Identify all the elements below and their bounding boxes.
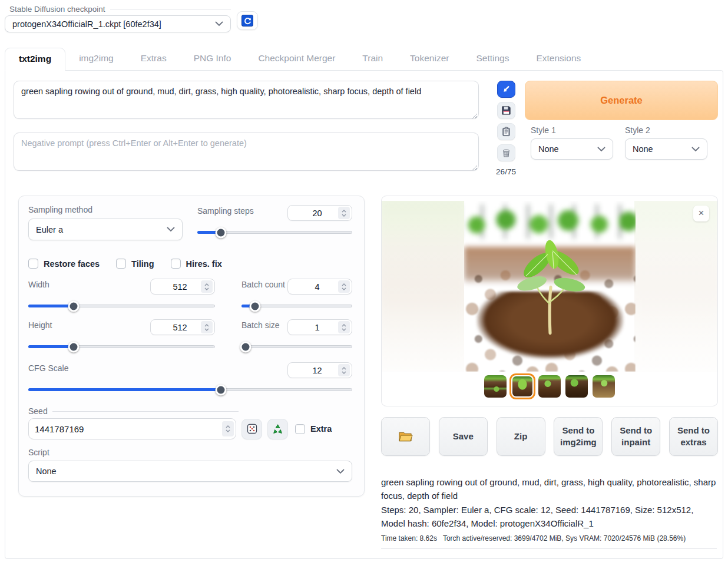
tiling-label: Tiling — [131, 259, 154, 269]
height-slider[interactable] — [28, 340, 215, 352]
batch-count-input[interactable] — [287, 279, 352, 295]
prompt-tools-column: 26/75 — [497, 81, 515, 176]
folder-icon — [398, 431, 413, 442]
slider-thumb[interactable] — [240, 341, 251, 352]
send-to-extras-button[interactable]: Send to extras — [669, 417, 718, 456]
stepper-icon[interactable] — [201, 321, 213, 333]
sampling-steps-input[interactable] — [287, 205, 352, 221]
info-prompt: green sapling rowing out of ground, mud,… — [381, 475, 717, 503]
script-dropdown[interactable]: None — [28, 461, 352, 482]
stepper-icon[interactable] — [338, 207, 350, 219]
batch-size-input[interactable] — [287, 319, 352, 335]
sapling-illustration — [512, 237, 588, 340]
tab-settings[interactable]: Settings — [462, 48, 522, 70]
tab-train[interactable]: Train — [349, 48, 396, 70]
cfg-scale-value[interactable] — [288, 366, 338, 375]
apply-style-button[interactable] — [497, 123, 515, 140]
style1-label: Style 1 — [531, 125, 613, 135]
result-thumbnail-3[interactable] — [538, 375, 561, 398]
clipboard-icon — [501, 127, 511, 137]
style1-dropdown[interactable]: None — [531, 138, 613, 160]
clear-prompt-button[interactable] — [497, 144, 515, 161]
result-thumbnail-4[interactable] — [565, 375, 588, 398]
cfg-scale-input[interactable] — [287, 362, 352, 378]
cfg-scale-slider[interactable] — [28, 383, 352, 395]
close-icon[interactable]: × — [693, 206, 709, 221]
prompt-input[interactable]: green sapling rowing out of ground, mud,… — [14, 81, 479, 119]
batch-size-value[interactable] — [288, 323, 338, 332]
slider-thumb[interactable] — [250, 300, 261, 312]
restore-faces-checkbox[interactable]: Restore faces — [28, 259, 100, 269]
checkpoint-label: Stable Diffusion checkpoint — [9, 5, 105, 14]
batch-count-slider[interactable] — [241, 300, 352, 312]
tab-img2img[interactable]: img2img — [65, 48, 127, 70]
slider-thumb[interactable] — [68, 341, 79, 352]
result-thumbnail-5[interactable] — [593, 375, 615, 398]
label-divider — [110, 9, 231, 9]
send-to-img2img-button[interactable]: Send to img2img — [554, 417, 603, 456]
header: Stable Diffusion checkpoint protogenX34O… — [0, 0, 728, 32]
sampling-method-label: Sampling method — [28, 205, 183, 214]
tab-extensions[interactable]: Extensions — [522, 48, 594, 70]
width-value[interactable] — [151, 282, 201, 292]
batch-count-value[interactable] — [288, 282, 338, 292]
generated-image[interactable] — [464, 201, 636, 372]
info-params: Steps: 20, Sampler: Euler a, CFG scale: … — [381, 503, 717, 531]
width-input[interactable] — [150, 279, 215, 295]
tiling-checkbox[interactable]: Tiling — [116, 259, 154, 269]
batch-size-slider[interactable] — [241, 340, 352, 352]
reuse-seed-button[interactable] — [267, 419, 288, 439]
tab-txt2img[interactable]: txt2img — [5, 48, 65, 71]
sampling-steps-slider[interactable] — [197, 226, 352, 238]
refresh-icon — [241, 15, 253, 27]
result-thumbnail-2-selected[interactable] — [511, 375, 534, 398]
tab-checkpoint-merger[interactable]: Checkpoint Merger — [244, 48, 349, 70]
stepper-icon[interactable] — [222, 421, 234, 436]
sampling-method-value: Euler a — [36, 225, 167, 234]
chevron-down-icon — [597, 147, 605, 152]
floppy-disk-icon — [501, 105, 511, 115]
send-to-inpaint-button[interactable]: Send to inpaint — [611, 417, 660, 456]
checkpoint-dropdown[interactable]: protogenX34OfficialR_1.ckpt [60fe2f34] — [5, 15, 231, 32]
height-value[interactable] — [151, 323, 201, 332]
sampling-steps-label: Sampling steps — [197, 205, 287, 216]
slider-thumb[interactable] — [216, 384, 227, 395]
stepper-icon[interactable] — [338, 280, 350, 293]
width-slider[interactable] — [28, 300, 215, 312]
random-seed-button[interactable] — [241, 419, 262, 439]
seed-value[interactable] — [29, 424, 222, 434]
sampling-steps-value[interactable] — [288, 209, 338, 218]
negative-prompt-input[interactable] — [14, 133, 479, 171]
save-button[interactable]: Save — [439, 417, 488, 456]
slider-thumb[interactable] — [216, 227, 227, 238]
stepper-icon[interactable] — [338, 321, 350, 333]
chevron-down-icon — [215, 21, 223, 27]
style2-dropdown[interactable]: None — [625, 138, 707, 160]
main-tabbar: txt2img img2img Extras PNG Info Checkpoi… — [5, 48, 723, 70]
stepper-icon[interactable] — [201, 280, 213, 293]
tab-tokenizer[interactable]: Tokenizer — [396, 48, 462, 70]
generate-button[interactable]: Generate — [525, 81, 718, 120]
height-input[interactable] — [150, 319, 215, 335]
width-label: Width — [28, 279, 150, 289]
result-thumbnail-1[interactable] — [484, 375, 507, 398]
stepper-icon[interactable] — [338, 364, 350, 376]
zip-button[interactable]: Zip — [497, 417, 545, 456]
tab-png-info[interactable]: PNG Info — [180, 48, 245, 70]
generation-settings-panel: Sampling method Euler a Sampling steps — [18, 196, 365, 497]
seed-input[interactable] — [28, 418, 236, 439]
hires-fix-checkbox[interactable]: Hires. fix — [171, 259, 222, 269]
paste-params-button[interactable] — [497, 81, 515, 98]
script-value: None — [36, 467, 336, 476]
open-folder-button[interactable] — [381, 417, 430, 456]
slider-thumb[interactable] — [68, 300, 79, 312]
refresh-checkpoints-button[interactable] — [237, 11, 258, 30]
info-performance: Time taken: 8.62sTorch active/reserved: … — [381, 534, 717, 549]
token-counter: 26/75 — [496, 167, 516, 176]
sampling-method-dropdown[interactable]: Euler a — [28, 219, 183, 240]
tab-extras[interactable]: Extras — [127, 48, 180, 70]
checkbox-icon — [295, 424, 305, 434]
gallery-blur-right — [634, 201, 717, 372]
save-style-button[interactable] — [497, 102, 515, 119]
extra-seed-checkbox[interactable]: Extra — [295, 424, 332, 434]
